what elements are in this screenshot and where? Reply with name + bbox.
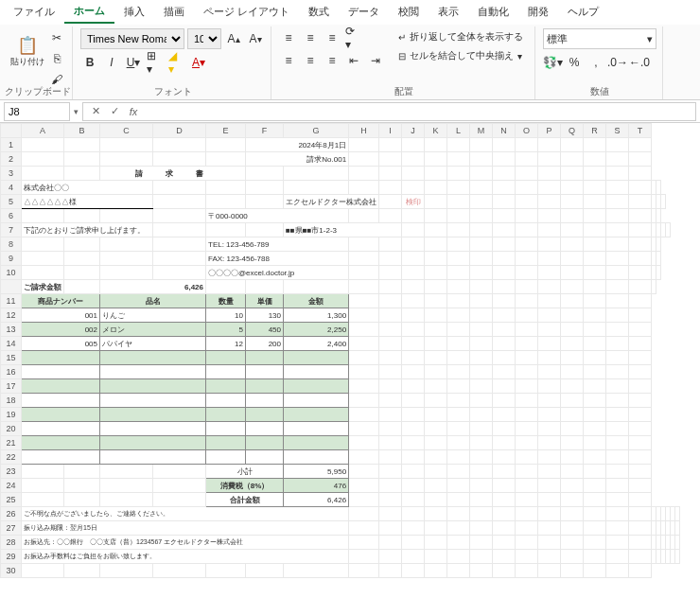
cell[interactable] (206, 436, 246, 450)
cell[interactable] (22, 394, 100, 408)
col-header-C[interactable]: C (100, 124, 153, 138)
cell[interactable] (402, 294, 425, 308)
cell[interactable] (379, 436, 402, 450)
row-header-29[interactable]: 29 (1, 550, 22, 564)
cell[interactable]: 消費税（8%） (206, 479, 284, 493)
cell[interactable] (447, 394, 470, 408)
cell[interactable] (425, 507, 447, 521)
cell[interactable] (538, 294, 561, 308)
cell[interactable] (425, 323, 447, 337)
cell[interactable] (538, 479, 561, 493)
cell[interactable] (470, 507, 493, 521)
number-format-select[interactable]: 標準▾ (543, 28, 656, 49)
cell[interactable] (284, 181, 349, 195)
font-color-button[interactable]: A ▾ (189, 53, 208, 72)
row-header-19[interactable]: 19 (1, 408, 22, 422)
cell[interactable] (206, 408, 246, 422)
cell[interactable] (493, 521, 516, 536)
cell[interactable] (470, 408, 493, 422)
cell[interactable] (606, 167, 629, 181)
cell[interactable] (606, 564, 629, 578)
cell[interactable] (656, 252, 661, 266)
cell[interactable] (379, 536, 402, 550)
cell[interactable] (584, 422, 606, 436)
cell[interactable] (470, 493, 493, 507)
align-right-icon[interactable]: ≡ (323, 51, 341, 70)
cell[interactable] (64, 479, 100, 493)
cell[interactable] (402, 223, 425, 237)
cell[interactable] (246, 181, 284, 195)
cell[interactable] (561, 507, 584, 521)
cell[interactable] (629, 564, 652, 578)
cell[interactable] (493, 450, 516, 465)
cell[interactable] (493, 394, 516, 408)
cell[interactable] (402, 436, 425, 450)
cell[interactable] (425, 422, 447, 436)
cell[interactable] (629, 323, 652, 337)
cell[interactable] (516, 152, 538, 167)
cell[interactable] (379, 138, 402, 152)
cell[interactable] (584, 195, 606, 209)
cell[interactable] (561, 252, 584, 266)
menu-開発[interactable]: 開発 (518, 1, 558, 23)
cell[interactable] (284, 408, 349, 422)
cell[interactable] (584, 237, 606, 252)
col-header-P[interactable]: P (538, 124, 561, 138)
cell[interactable] (493, 152, 516, 167)
cell[interactable] (22, 152, 64, 167)
cell[interactable] (100, 493, 153, 507)
cell[interactable] (206, 181, 246, 195)
cell[interactable] (447, 507, 470, 521)
cell[interactable] (538, 138, 561, 152)
cell[interactable] (606, 422, 629, 436)
copy-icon[interactable]: ⎘ (47, 49, 66, 68)
cell[interactable] (349, 379, 379, 394)
cell[interactable] (606, 181, 629, 195)
cell[interactable] (349, 337, 379, 351)
cell[interactable] (379, 167, 402, 181)
cell[interactable] (606, 394, 629, 408)
cell[interactable] (470, 536, 493, 550)
cell[interactable] (379, 237, 402, 252)
cell[interactable] (425, 138, 447, 152)
cell[interactable] (561, 550, 584, 564)
cell[interactable] (425, 252, 447, 266)
decrease-indent-icon[interactable]: ⇤ (344, 51, 363, 70)
cell[interactable] (153, 223, 206, 237)
cell[interactable] (629, 436, 652, 450)
cell[interactable] (584, 280, 606, 294)
cell[interactable] (584, 351, 606, 365)
cell[interactable] (584, 138, 606, 152)
cell[interactable]: 001 (22, 308, 100, 323)
cell[interactable] (561, 280, 584, 294)
cell[interactable] (425, 280, 447, 294)
cell[interactable] (561, 450, 584, 465)
row-header-27[interactable]: 27 (1, 521, 22, 536)
cell[interactable] (425, 351, 447, 365)
cell[interactable] (561, 351, 584, 365)
cell[interactable]: ご不明な点がございましたら、ご連絡ください。 (22, 507, 349, 521)
row-header-7[interactable]: 7 (1, 223, 22, 237)
cell[interactable] (538, 493, 561, 507)
cell[interactable]: FAX: 123-456-788 (206, 252, 349, 266)
cell[interactable] (379, 465, 402, 479)
cell[interactable] (284, 379, 349, 394)
menu-挿入[interactable]: 挿入 (114, 1, 154, 23)
cell[interactable] (516, 252, 538, 266)
cell[interactable] (379, 252, 402, 266)
cell[interactable] (153, 252, 206, 266)
cell[interactable] (584, 450, 606, 465)
cell[interactable]: お振込先：〇〇銀行 〇〇支店（普）1234567 エクセルドクター株式会社 (22, 536, 349, 550)
cell[interactable] (22, 436, 100, 450)
cell[interactable] (538, 465, 561, 479)
cell[interactable] (629, 252, 652, 266)
decrease-decimal-icon[interactable]: ←.0 (630, 53, 649, 72)
cell[interactable] (425, 465, 447, 479)
cell[interactable] (538, 436, 561, 450)
cell[interactable] (425, 408, 447, 422)
cell[interactable] (629, 507, 652, 521)
cell[interactable] (379, 450, 402, 465)
cell[interactable] (493, 536, 516, 550)
cell[interactable] (425, 550, 447, 564)
cell[interactable]: メロン (100, 323, 206, 337)
